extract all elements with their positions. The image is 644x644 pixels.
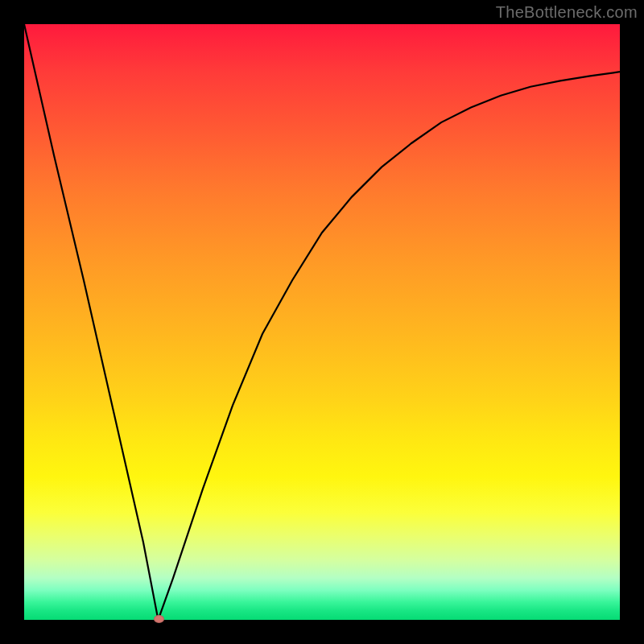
chart-frame: TheBottleneck.com — [0, 0, 644, 644]
bottleneck-curve — [24, 24, 620, 620]
plot-area — [24, 24, 620, 620]
curve-path — [24, 24, 620, 620]
minimum-marker — [154, 615, 164, 623]
watermark-text: TheBottleneck.com — [496, 3, 638, 22]
